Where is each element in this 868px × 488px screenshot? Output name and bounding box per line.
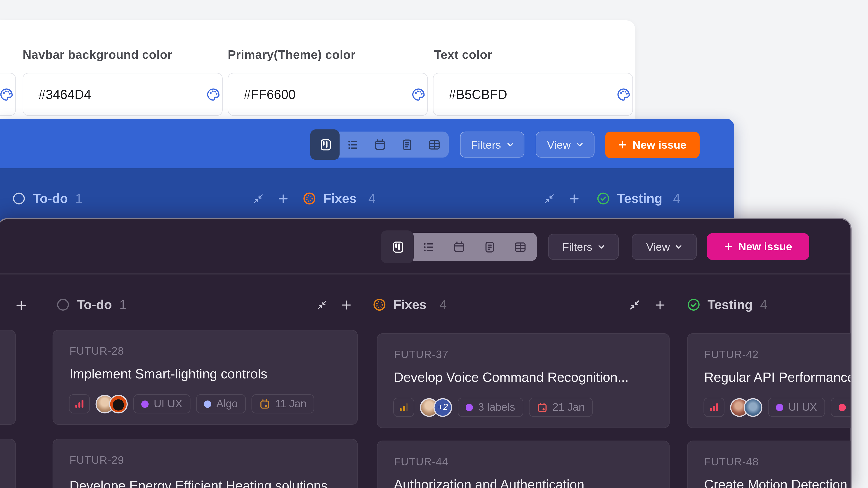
view-table-tab[interactable] [421, 132, 447, 158]
issue-card[interactable]: FUTUR-44 Authorization and Authenticatio… [377, 441, 670, 488]
palette-icon[interactable] [206, 87, 221, 102]
add-issue-icon[interactable] [341, 299, 352, 311]
new-issue-label: New issue [738, 240, 792, 253]
table-view-icon [513, 240, 526, 254]
new-issue-button[interactable]: + New issue [707, 233, 809, 260]
color-input-partial[interactable] [0, 73, 16, 116]
issue-card[interactable]: FUTUR-42 Regular API Performance UI UX s [687, 333, 852, 428]
collapse-column-icon[interactable] [544, 193, 555, 204]
issue-title: Authorization and Authentication [394, 477, 655, 488]
view-switcher [383, 233, 537, 261]
column-header-row: To-do 1 Fixes 4 Testing 4 [0, 273, 850, 330]
label-chip[interactable]: UI UX [768, 398, 825, 417]
due-date-chip[interactable]: 21 Jan [529, 398, 593, 417]
primary-color-input[interactable] [228, 73, 428, 116]
column-count: 1 [75, 191, 83, 206]
label-dot [466, 403, 473, 411]
issue-title: Create Motion Detection [704, 477, 852, 488]
new-issue-label: New issue [632, 138, 686, 152]
view-button[interactable]: View [536, 132, 594, 158]
palette-icon[interactable] [616, 87, 631, 102]
testing-status-icon [687, 298, 700, 311]
issue-id: FUTUR-29 [70, 454, 124, 466]
palette-icon[interactable] [0, 87, 14, 102]
column-name: To-do [77, 297, 112, 313]
column-name: To-do [33, 191, 68, 206]
label-dot [838, 403, 846, 411]
navbar-bg-color-input[interactable] [23, 73, 223, 116]
label-text: UI UX [154, 398, 182, 410]
label-text: s [851, 401, 851, 414]
issue-card[interactable]: FUTUR-48 Create Motion Detection [687, 441, 852, 488]
testing-status-icon [597, 192, 610, 205]
view-document-tab[interactable] [393, 132, 421, 158]
label-chip[interactable]: UI UX [133, 394, 190, 414]
column-header-fixes[interactable]: Fixes 4 [303, 191, 376, 206]
issue-meta-row: UI UX s [704, 398, 852, 417]
chevron-down-icon [598, 245, 604, 249]
column-count: 4 [368, 191, 376, 206]
collapse-column-icon[interactable] [253, 193, 264, 204]
view-document-tab[interactable] [474, 234, 505, 260]
assignee-avatars[interactable] [96, 394, 128, 413]
issue-card[interactable]: FUTUR-28 Implement Smart-lighting contro… [53, 330, 358, 425]
issue-id: FUTUR-28 [70, 345, 124, 358]
assignee-avatars[interactable] [730, 398, 763, 417]
issue-title: Develope Energy Efficient Heating soluti… [70, 476, 343, 488]
plus-icon: + [618, 137, 627, 152]
list-view-icon [422, 240, 435, 254]
collapse-column-icon[interactable] [316, 299, 328, 311]
view-calendar-tab[interactable] [444, 234, 474, 260]
assignee-avatars[interactable]: +2 [420, 398, 452, 417]
palette-icon[interactable] [411, 87, 426, 102]
new-issue-button[interactable]: + New issue [605, 132, 700, 158]
field-label-primary: Primary(Theme) color [228, 48, 356, 62]
label-chip[interactable]: Algo [196, 394, 246, 414]
issue-card-clipped[interactable] [0, 330, 16, 425]
view-board-tab[interactable] [312, 132, 339, 158]
column-header-fixes[interactable]: Fixes 4 [373, 297, 447, 313]
plus-icon: + [724, 238, 733, 253]
priority-icon[interactable] [704, 398, 725, 417]
view-table-tab[interactable] [505, 234, 535, 260]
view-list-tab[interactable] [339, 132, 366, 158]
collapse-column-icon[interactable] [629, 299, 640, 311]
issue-meta-row: +2 3 labels 21 Jan [393, 398, 592, 417]
add-issue-icon[interactable] [654, 299, 666, 311]
label-chip[interactable]: 3 labels [458, 398, 523, 417]
label-chip[interactable]: s [831, 398, 851, 417]
priority-icon[interactable] [393, 398, 414, 417]
issue-card[interactable]: FUTUR-29 Develope Energy Efficient Heati… [53, 439, 358, 488]
issue-card-clipped[interactable] [0, 439, 16, 488]
view-button[interactable]: View [632, 234, 697, 260]
due-date-chip[interactable]: 11 Jan [251, 394, 314, 414]
table-view-icon [428, 138, 440, 151]
view-list-tab[interactable] [413, 234, 444, 260]
navbar-bg-color-value[interactable] [38, 87, 206, 102]
filters-button[interactable]: Filters [460, 132, 524, 158]
text-color-value[interactable] [449, 87, 616, 102]
due-date-text: 21 Jan [553, 401, 585, 414]
fixes-status-icon [303, 192, 316, 205]
column-header-testing[interactable]: Testing 4 [597, 191, 680, 206]
column-name: Testing [708, 297, 753, 313]
board-view-icon [391, 240, 404, 254]
board-preview-dark: Filters View + New issue To-do 1 [0, 218, 852, 488]
text-color-input[interactable] [433, 73, 633, 116]
label-dot [776, 403, 783, 411]
column-count: 4 [440, 297, 447, 313]
priority-icon[interactable] [69, 394, 90, 414]
issue-card[interactable]: FUTUR-37 Develop Voice Command Recogniti… [377, 333, 670, 428]
filters-label: Filters [562, 240, 592, 254]
view-calendar-tab[interactable] [366, 132, 393, 158]
add-issue-icon[interactable] [278, 193, 289, 204]
column-header-todo[interactable]: To-do 1 [57, 297, 127, 313]
view-board-tab[interactable] [383, 233, 413, 261]
add-issue-icon[interactable] [568, 193, 580, 204]
add-column-icon[interactable] [16, 299, 27, 311]
column-header-testing[interactable]: Testing 4 [687, 297, 767, 313]
avatar [109, 394, 128, 413]
primary-color-value[interactable] [244, 87, 411, 102]
column-header-todo[interactable]: To-do 1 [12, 191, 83, 206]
filters-button[interactable]: Filters [548, 234, 619, 260]
